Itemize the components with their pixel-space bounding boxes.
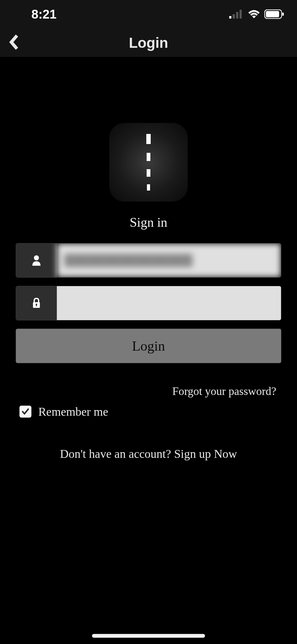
password-row [16,286,281,320]
options-section: Forgot your password? Remember me [16,385,281,419]
svg-rect-1 [233,14,235,19]
person-icon [32,255,41,266]
svg-rect-10 [36,305,37,306]
chevron-left-icon [9,34,19,50]
nav-header: Login [0,28,297,57]
password-input[interactable] [57,286,281,320]
signin-heading: Sign in [16,215,281,230]
svg-rect-0 [229,16,231,19]
svg-rect-6 [282,13,284,16]
checkmark-icon [21,407,30,416]
battery-icon [264,9,284,19]
password-icon-box [16,286,57,320]
logo-container [16,57,281,202]
status-time: 8:21 [13,7,57,21]
svg-rect-2 [236,12,238,19]
signup-link[interactable]: Don't have an account? Sign up Now [16,447,281,461]
username-row [16,243,281,278]
wifi-icon [247,9,261,19]
status-icons [229,9,284,19]
username-input[interactable] [57,243,281,277]
checkbox-box [19,406,31,418]
remember-me-label: Remember me [38,405,108,419]
remember-me-checkbox[interactable]: Remember me [16,405,281,419]
login-content: Sign in Log [0,57,297,461]
login-form: Login [16,243,281,363]
status-bar: 8:21 [0,0,297,28]
username-icon-box [16,243,57,277]
forgot-password-link[interactable]: Forgot your password? [16,385,281,398]
lock-icon [32,298,40,308]
cellular-signal-icon [229,10,244,19]
svg-point-7 [34,255,39,260]
page-title: Login [129,34,168,51]
home-indicator[interactable] [92,634,205,638]
svg-rect-5 [266,11,279,17]
back-button[interactable] [9,34,19,51]
login-button[interactable]: Login [16,329,281,363]
svg-rect-3 [240,10,242,19]
app-logo-icon [109,123,188,202]
